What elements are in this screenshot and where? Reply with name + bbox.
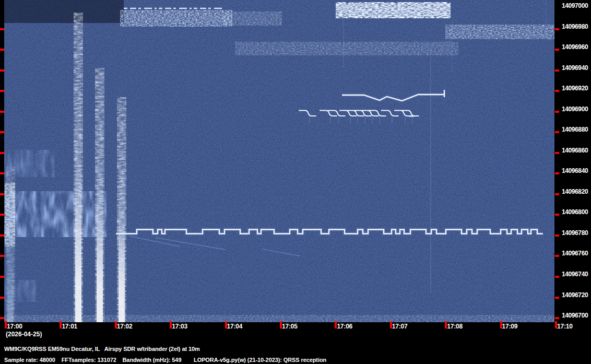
freq-tick-left bbox=[0, 317, 4, 319]
freq-tick-left bbox=[0, 28, 4, 30]
freq-label: 14096920 bbox=[562, 85, 588, 92]
dark-patch bbox=[4, 0, 124, 23]
freq-tick-right bbox=[555, 297, 559, 299]
freq-tick-left bbox=[0, 90, 4, 92]
speckle-band bbox=[226, 14, 279, 24]
interference-streak-texture bbox=[119, 102, 125, 322]
speckle-band bbox=[451, 27, 554, 37]
freq-tick-left bbox=[0, 234, 4, 237]
interference-streak-texture bbox=[75, 19, 81, 322]
freq-tick-left bbox=[0, 276, 4, 278]
time-label: 17:08 bbox=[447, 323, 463, 330]
time-label: 17:10 bbox=[557, 323, 573, 330]
freq-tick-right bbox=[555, 90, 559, 92]
time-label: 17:02 bbox=[117, 323, 133, 330]
freq-label: 14096820 bbox=[562, 188, 588, 195]
freq-label: 14096720 bbox=[562, 291, 588, 299]
time-label: 17:04 bbox=[227, 323, 243, 330]
interference-streak-texture bbox=[97, 73, 103, 322]
freq-label: 14096960 bbox=[562, 43, 588, 51]
freq-tick-right bbox=[555, 193, 559, 195]
freq-tick-left bbox=[0, 297, 4, 299]
freq-tick-left bbox=[0, 111, 4, 113]
freq-tick-left bbox=[0, 172, 4, 174]
freq-tick-left bbox=[0, 255, 4, 257]
freq-tick-right bbox=[555, 131, 559, 133]
qrss-grabber-screenshot: 1409700014096980140969601409694014096920… bbox=[0, 0, 591, 364]
freq-tick-left bbox=[0, 69, 4, 72]
freq-tick-right bbox=[555, 317, 559, 319]
freq-label: 14096940 bbox=[562, 64, 588, 72]
freq-label: 14096980 bbox=[562, 23, 588, 30]
speckle-band bbox=[4, 195, 97, 233]
dark-patches bbox=[4, 0, 124, 23]
time-label: 17:05 bbox=[282, 323, 298, 330]
time-label: 17:06 bbox=[337, 323, 352, 330]
freq-tick-right bbox=[555, 111, 559, 113]
time-label: 17:00 bbox=[7, 323, 22, 330]
freq-label: 14096840 bbox=[562, 167, 588, 174]
speckle-band bbox=[4, 316, 554, 323]
freq-tick-left bbox=[0, 131, 4, 133]
time-label: 17:09 bbox=[502, 323, 518, 330]
freq-tick-left bbox=[0, 193, 4, 195]
freq-label: 14096740 bbox=[562, 271, 588, 278]
speckle-band bbox=[341, 6, 445, 15]
freq-tick-right bbox=[555, 234, 559, 237]
time-label: 17:03 bbox=[172, 323, 187, 330]
freq-tick-right bbox=[555, 255, 559, 257]
freq-tick-left bbox=[0, 49, 4, 51]
freq-label: 14096700 bbox=[562, 312, 588, 319]
receiver-settings-line: Sample rate: 48000 FFTsamples: 131072 Ba… bbox=[4, 357, 326, 363]
freq-tick-left bbox=[0, 214, 4, 216]
freq-tick-right bbox=[555, 69, 559, 72]
freq-tick-right bbox=[555, 28, 559, 30]
freq-tick-right bbox=[555, 49, 559, 51]
freq-tick-right bbox=[555, 172, 559, 174]
interference-streak-texture bbox=[7, 170, 14, 322]
freq-label: 14096780 bbox=[562, 229, 588, 237]
speckle-band bbox=[245, 44, 448, 53]
freq-label: 14097000 bbox=[562, 2, 588, 9]
freq-tick-right bbox=[555, 152, 559, 154]
freq-label: 14096860 bbox=[562, 147, 588, 154]
time-label: 17:07 bbox=[392, 323, 408, 330]
freq-label: 14096760 bbox=[562, 250, 588, 257]
freq-label: 14096880 bbox=[562, 126, 588, 133]
station-info-line: WM9C/KQ9RSS EM59nu Decatur, IL Airspy SD… bbox=[4, 346, 200, 352]
freq-tick-right bbox=[555, 276, 559, 278]
spectrogram-canvas bbox=[0, 0, 591, 324]
freq-tick-left bbox=[0, 152, 4, 154]
speckle-band bbox=[125, 13, 227, 24]
freq-tick-right bbox=[555, 214, 559, 216]
freq-label: 14096800 bbox=[562, 208, 588, 216]
date-annotation: (2026-04-25) bbox=[6, 331, 42, 338]
time-label: 17:01 bbox=[62, 323, 77, 330]
freq-label: 14096900 bbox=[562, 105, 588, 113]
